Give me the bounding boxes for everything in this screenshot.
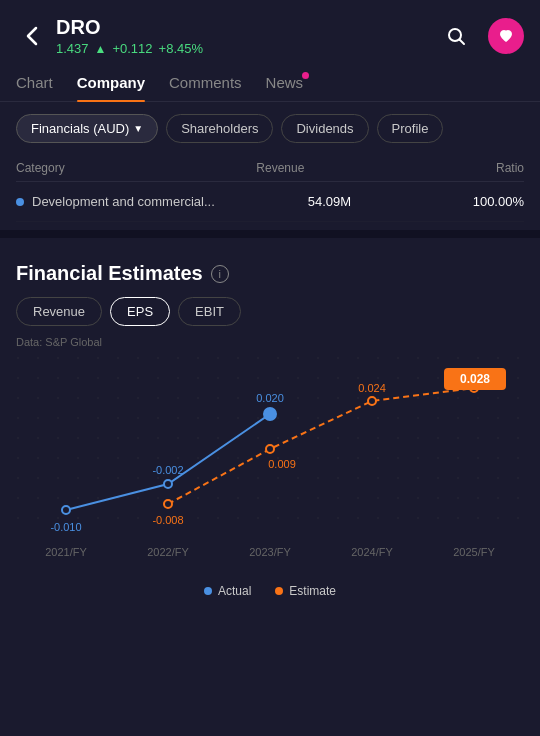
header-actions xyxy=(440,18,524,54)
col-ratio: Ratio xyxy=(496,161,524,175)
legend-actual: Actual xyxy=(204,584,251,598)
tab-comments[interactable]: Comments xyxy=(169,64,242,101)
tab-company[interactable]: Company xyxy=(77,64,145,101)
actual-point-2023 xyxy=(264,408,276,420)
legend-estimate-dot xyxy=(275,587,283,595)
stock-arrow-icon: ▲ xyxy=(95,42,107,56)
label-actual-2021: -0.010 xyxy=(50,521,81,533)
financials-table: Category Revenue Ratio Development and c… xyxy=(0,155,540,222)
label-estimate-2023: 0.009 xyxy=(268,458,296,470)
header: DRO 1.437 ▲ +0.112 +8.45% xyxy=(0,0,540,64)
stock-info: DRO 1.437 ▲ +0.112 +8.45% xyxy=(56,16,440,56)
est-tab-revenue[interactable]: Revenue xyxy=(16,297,102,326)
year-label-2021: 2021/FY xyxy=(45,546,87,558)
stock-change-pct: +8.45% xyxy=(159,41,203,56)
est-tab-ebit[interactable]: EBIT xyxy=(178,297,241,326)
estimate-point-2024 xyxy=(368,397,376,405)
legend-estimate: Estimate xyxy=(275,584,336,598)
year-label-2023: 2023/FY xyxy=(249,546,291,558)
actual-point-2021 xyxy=(62,506,70,514)
estimate-tabs: Revenue EPS EBIT xyxy=(16,297,524,326)
estimate-point-2023 xyxy=(266,445,274,453)
stock-change: +0.112 xyxy=(112,41,152,56)
stock-price: 1.437 xyxy=(56,41,89,56)
estimates-section: Financial Estimates i Revenue EPS EBIT D… xyxy=(0,246,540,606)
stock-ticker: DRO xyxy=(56,16,440,39)
row-revenue: 54.09M xyxy=(308,194,351,209)
label-estimate-2024: 0.024 xyxy=(358,382,386,394)
filter-row: Financials (AUD) ▼ Shareholders Dividend… xyxy=(0,102,540,155)
chart-legend: Actual Estimate xyxy=(16,576,524,606)
section-divider xyxy=(0,230,540,238)
estimate-point-2022 xyxy=(164,500,172,508)
actual-point-2022 xyxy=(164,480,172,488)
favorite-button[interactable] xyxy=(488,18,524,54)
table-header: Category Revenue Ratio xyxy=(16,155,524,182)
filter-shareholders[interactable]: Shareholders xyxy=(166,114,273,143)
col-revenue: Revenue xyxy=(256,161,304,175)
data-source: Data: S&P Global xyxy=(16,336,524,348)
row-color-dot xyxy=(16,198,24,206)
main-tabs: Chart Company Comments News xyxy=(0,64,540,102)
dropdown-arrow-icon: ▼ xyxy=(133,123,143,134)
label-actual-2022: -0.002 xyxy=(152,464,183,476)
estimates-title-row: Financial Estimates i xyxy=(16,262,524,285)
year-label-2025: 2025/FY xyxy=(453,546,495,558)
filter-financials[interactable]: Financials (AUD) ▼ xyxy=(16,114,158,143)
label-estimate-2022: -0.008 xyxy=(152,514,183,526)
year-label-2022: 2022/FY xyxy=(147,546,189,558)
stock-price-row: 1.437 ▲ +0.112 +8.45% xyxy=(56,41,440,56)
estimates-title: Financial Estimates xyxy=(16,262,203,285)
search-button[interactable] xyxy=(440,20,472,52)
est-tab-eps[interactable]: EPS xyxy=(110,297,170,326)
back-button[interactable] xyxy=(16,20,48,52)
estimate-badge-label: 0.028 xyxy=(460,372,490,386)
filter-profile[interactable]: Profile xyxy=(377,114,444,143)
estimates-chart: 0.028 -0.010 -0.002 0.020 -0.008 0.009 0… xyxy=(16,356,524,576)
info-icon[interactable]: i xyxy=(211,265,229,283)
chart-svg: 0.028 -0.010 -0.002 0.020 -0.008 0.009 0… xyxy=(16,356,524,566)
filter-dividends[interactable]: Dividends xyxy=(281,114,368,143)
row-ratio: 100.00% xyxy=(444,194,524,209)
table-row: Development and commercial... 54.09M 100… xyxy=(16,182,524,222)
news-notification-dot xyxy=(302,72,309,79)
row-label: Development and commercial... xyxy=(16,194,215,209)
tab-chart[interactable]: Chart xyxy=(16,64,53,101)
col-category: Category xyxy=(16,161,65,175)
svg-line-1 xyxy=(460,40,465,45)
legend-actual-dot xyxy=(204,587,212,595)
year-label-2024: 2024/FY xyxy=(351,546,393,558)
label-actual-2023: 0.020 xyxy=(256,392,284,404)
tab-news[interactable]: News xyxy=(266,64,304,101)
